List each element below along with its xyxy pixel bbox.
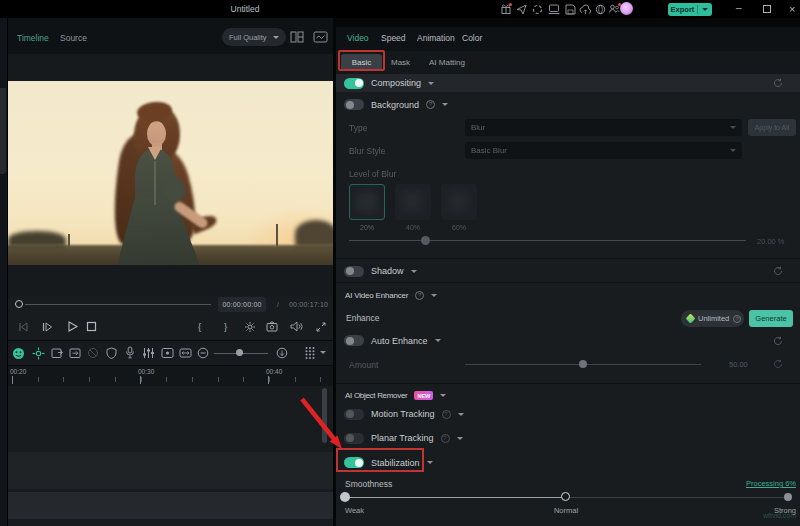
toolbar-caret-icon[interactable]: [320, 351, 326, 354]
ruler-label-3: 00:40: [266, 368, 282, 375]
motion-tracking-caret-icon[interactable]: [458, 413, 464, 416]
background-toggle[interactable]: [344, 99, 364, 110]
mark-out-icon[interactable]: }: [224, 321, 227, 332]
seek-handle[interactable]: [15, 300, 23, 308]
mic-tool-icon[interactable]: [125, 346, 135, 359]
unlimited-help-icon[interactable]: ?: [733, 315, 741, 323]
volume-icon[interactable]: [290, 321, 303, 332]
seek-track[interactable]: [25, 304, 211, 305]
stop-icon[interactable]: [86, 321, 97, 332]
smoothness-mid-marker[interactable]: [561, 492, 570, 501]
export-clip-icon[interactable]: [51, 347, 64, 359]
pole-2: [68, 234, 70, 246]
tab-animation[interactable]: Animation: [417, 33, 455, 43]
sticker-tool-icon[interactable]: [12, 347, 25, 360]
import-clip-icon[interactable]: [69, 347, 82, 359]
snapshot-icon[interactable]: [266, 321, 278, 332]
disabled-link-icon[interactable]: [87, 347, 99, 359]
compositing-row[interactable]: Compositing: [336, 74, 800, 92]
shield-tool-icon[interactable]: [106, 347, 117, 359]
shadow-caret-icon[interactable]: [411, 270, 417, 273]
screen-record-icon[interactable]: [161, 347, 174, 359]
background-help-icon[interactable]: ?: [426, 100, 435, 109]
track-lane-2[interactable]: [8, 492, 333, 519]
amount-slider-handle[interactable]: [579, 360, 587, 368]
track-manager-icon[interactable]: [304, 346, 316, 360]
planar-tracking-caret-icon[interactable]: [457, 437, 463, 440]
tab-source[interactable]: Source: [60, 33, 87, 43]
device-icon[interactable]: [548, 4, 560, 15]
auto-enhance-caret-icon[interactable]: [435, 339, 441, 342]
share-icon[interactable]: [516, 4, 527, 15]
background-row[interactable]: Background ?: [336, 96, 800, 113]
auto-enhance-row[interactable]: Auto Enhance: [336, 332, 800, 349]
render-settings-icon[interactable]: [244, 321, 257, 333]
ai-enhancer-label: AI Video Enhancer: [345, 291, 408, 300]
smoothness-handle[interactable]: [340, 492, 350, 502]
object-remover-row[interactable]: AI Object Remover NEW: [336, 388, 800, 403]
ruler-label-1: 00:20: [10, 368, 26, 375]
shadow-reset-icon[interactable]: [773, 266, 783, 276]
prev-frame-icon[interactable]: [17, 321, 29, 333]
save-icon[interactable]: [565, 4, 576, 15]
globe-icon[interactable]: [595, 4, 606, 15]
new-badge-label: NEW: [417, 393, 430, 399]
background-label: Background: [371, 100, 419, 110]
ai-enhancer-row[interactable]: AI Video Enhancer ?: [336, 287, 800, 303]
object-remover-caret-icon[interactable]: [440, 394, 446, 397]
timeline-ruler[interactable]: [8, 366, 333, 386]
auto-enhance-reset-icon[interactable]: [773, 336, 783, 346]
shadow-toggle[interactable]: [344, 266, 364, 277]
avatar[interactable]: [620, 2, 633, 15]
tab-color[interactable]: Color: [462, 33, 482, 43]
compositing-caret-icon[interactable]: [428, 82, 434, 85]
cloud-upload-icon[interactable]: [579, 4, 592, 15]
motion-tracking-help-icon[interactable]: ?: [442, 410, 451, 419]
spinner-icon[interactable]: [532, 4, 543, 15]
motion-tracking-row[interactable]: Motion Tracking ?: [336, 406, 800, 422]
ruler-major-tick-2: [140, 376, 141, 384]
ripple-edit-icon[interactable]: [179, 347, 192, 359]
tab-video[interactable]: Video: [347, 33, 369, 43]
track-lane-1[interactable]: [8, 452, 333, 489]
mixer-tool-icon[interactable]: [142, 347, 155, 359]
next-frame-icon[interactable]: [41, 321, 53, 333]
planar-tracking-row[interactable]: Planar Tracking ?: [336, 430, 800, 446]
ai-enhancer-help-icon[interactable]: ?: [415, 291, 424, 300]
auto-enhance-toggle[interactable]: [344, 335, 364, 346]
stabilization-caret-icon[interactable]: [427, 461, 433, 464]
ai-enhancer-caret-icon[interactable]: [431, 294, 437, 297]
subtab-mask[interactable]: Mask: [391, 58, 410, 67]
generate-label: Generate: [755, 314, 786, 323]
mark-in-icon[interactable]: {: [198, 321, 201, 332]
compositing-reset-icon[interactable]: [773, 78, 783, 88]
background-caret-icon[interactable]: [442, 103, 448, 106]
scope-monitor-icon[interactable]: [313, 31, 328, 43]
tab-speed[interactable]: Speed: [381, 33, 406, 43]
export-button[interactable]: Export: [668, 3, 712, 16]
maximize-button[interactable]: [763, 5, 771, 13]
gift-icon[interactable]: [500, 3, 512, 15]
export-caret-icon: [702, 8, 708, 11]
zoom-fit-icon[interactable]: [276, 347, 288, 359]
zoom-out-icon[interactable]: [197, 347, 209, 359]
unlimited-pill[interactable]: Unlimited ?: [681, 310, 744, 327]
subtab-ai-matting[interactable]: AI Matting: [429, 58, 465, 67]
zoom-slider-handle[interactable]: [236, 349, 243, 356]
planar-tracking-help-icon[interactable]: ?: [441, 434, 450, 443]
play-icon[interactable]: [66, 320, 79, 333]
close-button[interactable]: ×: [789, 3, 795, 15]
tab-timeline[interactable]: Timeline: [17, 33, 49, 43]
shadow-row[interactable]: Shadow: [336, 262, 800, 280]
shadow-label: Shadow: [371, 266, 404, 276]
fullscreen-icon[interactable]: [315, 321, 327, 333]
quality-dropdown[interactable]: Full Quality: [222, 28, 286, 46]
transform-tool-icon[interactable]: [32, 347, 45, 360]
generate-button[interactable]: Generate: [749, 310, 793, 327]
layout-grid-icon[interactable]: [290, 31, 304, 43]
compositing-toggle[interactable]: [344, 78, 364, 89]
smoothness-end-marker[interactable]: [784, 493, 792, 501]
processing-link[interactable]: Processing 6%: [700, 479, 796, 488]
amount-reset-icon[interactable]: [773, 359, 783, 369]
minimize-button[interactable]: –: [736, 2, 742, 13]
